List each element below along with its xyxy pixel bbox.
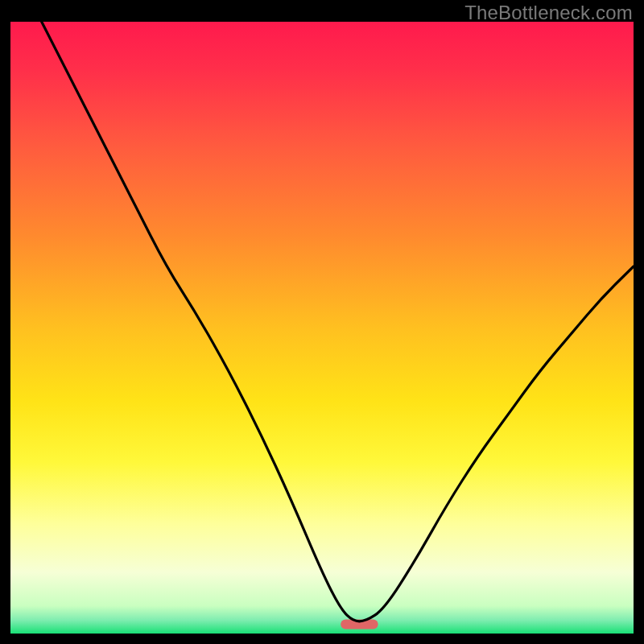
watermark-text: TheBottleneck.com — [464, 2, 633, 24]
bottleneck-chart — [10, 22, 634, 634]
chart-frame — [10, 22, 634, 634]
gradient-background — [10, 22, 634, 634]
